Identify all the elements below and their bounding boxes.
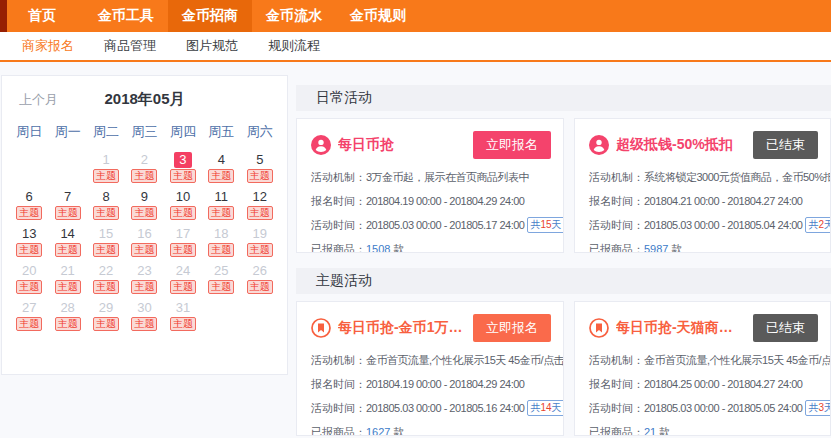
duration-prefix: 共 xyxy=(530,402,540,413)
calendar-day: 18 xyxy=(212,226,230,242)
sub-nav-item[interactable]: 商品管理 xyxy=(104,37,156,55)
row-label: 活动机制： xyxy=(311,354,366,366)
bookmark-icon xyxy=(589,318,609,338)
theme-badge: 主题 xyxy=(170,206,196,220)
calendar-cell xyxy=(48,150,86,186)
calendar-cell[interactable]: 28主题 xyxy=(48,298,86,334)
calendar-day: 29 xyxy=(97,300,115,316)
top-nav-tab[interactable]: 首页 xyxy=(0,0,84,32)
calendar-cell[interactable]: 26主题 xyxy=(241,261,279,297)
calendar-cell[interactable]: 27主题 xyxy=(10,298,48,334)
card-row: 报名时间：201804.19 00:00 - 201804.29 24:00 xyxy=(311,189,557,213)
prev-month-button[interactable]: 上个月 xyxy=(19,91,58,109)
calendar-cell[interactable]: 16主题 xyxy=(125,224,163,260)
row-value: 3万金币起，展示在首页商品列表中 xyxy=(366,171,529,183)
calendar-cell[interactable]: 2主题 xyxy=(125,150,163,186)
row-value: 金币首页流量,个性化展示15天 45金币/点击 xyxy=(366,354,564,366)
calendar-cell xyxy=(202,298,240,334)
calendar-cell[interactable]: 22主题 xyxy=(87,261,125,297)
card-row: 已报商品：5987款 xyxy=(589,237,824,253)
calendar-cell[interactable]: 18主题 xyxy=(202,224,240,260)
duration-prefix: 共 xyxy=(808,402,818,413)
calendar-cell[interactable]: 3主题 xyxy=(164,150,202,186)
calendar-cell[interactable]: 20主题 xyxy=(10,261,48,297)
calendar-cell[interactable]: 1主题 xyxy=(87,150,125,186)
calendar-cell[interactable]: 6主题 xyxy=(10,187,48,223)
row-unit: 款 xyxy=(393,243,404,253)
card-action-button[interactable]: 立即报名 xyxy=(473,314,551,342)
calendar-cell[interactable]: 9主题 xyxy=(125,187,163,223)
theme-badge: 主题 xyxy=(247,280,273,294)
activity-section: 主题活动每日币抢-金币1万以上卖家...立即报名活动机制：金币首页流量,个性化展… xyxy=(296,268,831,436)
calendar-cell[interactable]: 25主题 xyxy=(202,261,240,297)
top-nav-tab[interactable]: 金币工具 xyxy=(84,0,168,32)
weekday-label: 周四 xyxy=(164,120,202,144)
cards-row: 每日币抢-金币1万以上卖家...立即报名活动机制：金币首页流量,个性化展示15天… xyxy=(296,301,831,436)
theme-badge: 主题 xyxy=(170,169,196,183)
calendar-cell[interactable]: 13主题 xyxy=(10,224,48,260)
card-action-button: 已结束 xyxy=(753,131,818,159)
activity-card: 超级抵钱-50%抵扣已结束活动机制：系统将锁定3000元货值商品，金币50%抵扣… xyxy=(574,118,831,253)
row-unit: 款 xyxy=(393,426,404,436)
calendar-cell[interactable]: 24主题 xyxy=(164,261,202,297)
activity-card: 每日币抢-金币1万以上卖家...立即报名活动机制：金币首页流量,个性化展示15天… xyxy=(296,301,564,436)
calendar-cell[interactable]: 17主题 xyxy=(164,224,202,260)
row-value: 201804.25 00:00 - 201804.27 24:00 xyxy=(644,378,802,390)
top-nav-tabs: 首页金币工具金币招商金币流水金币规则 xyxy=(0,0,420,32)
sub-nav-item[interactable]: 规则流程 xyxy=(268,37,320,55)
row-value: 201805.03 00:00 - 201805.05 24:00 xyxy=(644,402,802,414)
card-row: 报名时间：201804.21 00:00 - 201804.27 24:00 xyxy=(589,189,824,213)
calendar-day: 8 xyxy=(97,189,115,205)
calendar-cell[interactable]: 8主题 xyxy=(87,187,125,223)
card-title: 每日币抢-金币1万以上卖家... xyxy=(338,319,466,337)
card-row: 报名时间：201804.25 00:00 - 201804.27 24:00 xyxy=(589,372,824,396)
calendar-cell[interactable]: 19主题 xyxy=(241,224,279,260)
theme-badge: 主题 xyxy=(170,280,196,294)
card-row: 活动机制：系统将锁定3000元货值商品，金币50%抵扣 xyxy=(589,165,824,189)
sub-nav-item[interactable]: 图片规范 xyxy=(186,37,238,55)
top-nav-tab[interactable]: 金币招商 xyxy=(168,0,252,32)
calendar-cell[interactable]: 21主题 xyxy=(48,261,86,297)
user-icon xyxy=(589,135,609,155)
calendar-cell[interactable]: 11主题 xyxy=(202,187,240,223)
calendar-cell[interactable]: 31主题 xyxy=(164,298,202,334)
calendar-cell[interactable]: 7主题 xyxy=(48,187,86,223)
calendar-cell[interactable]: 23主题 xyxy=(125,261,163,297)
row-value: 201805.03 00:00 - 201805.16 24:00 xyxy=(366,402,524,414)
calendar-cell[interactable]: 15主题 xyxy=(87,224,125,260)
calendar-day: 14 xyxy=(59,226,77,242)
theme-badge: 主题 xyxy=(208,206,234,220)
row-value: 金币首页流量,个性化展示15天 45金币/点击 xyxy=(644,354,831,366)
calendar-cell[interactable]: 4主题 xyxy=(202,150,240,186)
calendar-day: 23 xyxy=(135,263,153,279)
calendar-cell[interactable]: 12主题 xyxy=(241,187,279,223)
section-title: 主题活动 xyxy=(296,268,831,294)
top-nav: 首页金币工具金币招商金币流水金币规则 xyxy=(0,0,831,32)
theme-badge: 主题 xyxy=(247,206,273,220)
card-header: 超级抵钱-50%抵扣已结束 xyxy=(575,119,830,164)
section-title: 日常活动 xyxy=(296,85,831,111)
calendar-cell[interactable]: 10主题 xyxy=(164,187,202,223)
row-value: 201804.19 00:00 - 201804.29 24:00 xyxy=(366,195,524,207)
calendar-cell[interactable]: 5主题 xyxy=(241,150,279,186)
duration-badge: 共14天 xyxy=(527,400,564,416)
row-label: 已报商品： xyxy=(589,426,644,436)
calendar-cell[interactable]: 30主题 xyxy=(125,298,163,334)
top-nav-tab[interactable]: 金币规则 xyxy=(336,0,420,32)
calendar-day: 10 xyxy=(174,189,192,205)
calendar-day: 31 xyxy=(174,300,192,316)
calendar-cell[interactable]: 29主题 xyxy=(87,298,125,334)
row-count: 1508 xyxy=(366,243,390,253)
calendar-day: 5 xyxy=(251,152,269,168)
top-nav-tab[interactable]: 金币流水 xyxy=(252,0,336,32)
row-value: 201805.03 00:00 - 201805.04 24:00 xyxy=(644,219,802,231)
user-icon xyxy=(311,135,331,155)
calendar-header: 上个月 2018年05月 xyxy=(2,84,287,114)
weekday-label: 周日 xyxy=(10,120,48,144)
theme-badge: 主题 xyxy=(93,206,119,220)
calendar-day: 13 xyxy=(20,226,38,242)
card-action-button[interactable]: 立即报名 xyxy=(473,131,551,159)
calendar-cell xyxy=(10,150,48,186)
calendar-cell[interactable]: 14主题 xyxy=(48,224,86,260)
sub-nav-item[interactable]: 商家报名 xyxy=(22,37,74,55)
